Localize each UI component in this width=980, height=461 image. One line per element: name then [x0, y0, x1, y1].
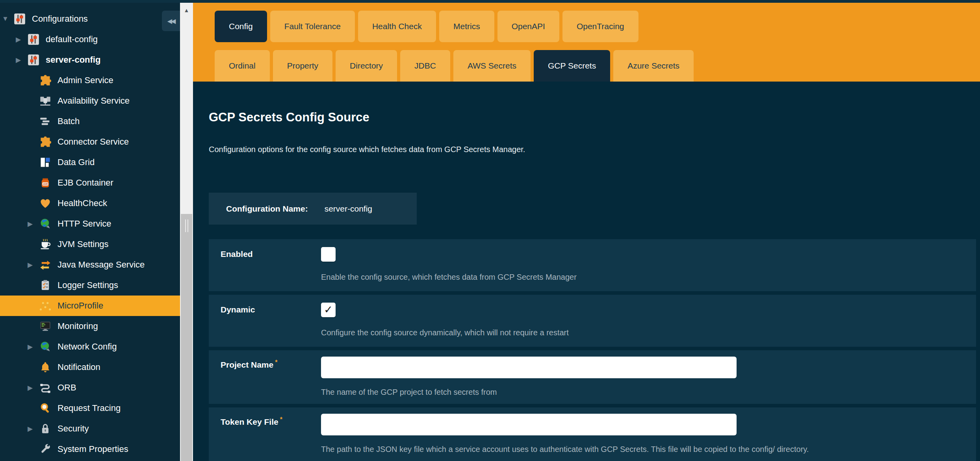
sidebar-item-data-grid[interactable]: Data Grid	[0, 152, 180, 173]
sidebar-item-availability-service[interactable]: Availability Service	[0, 91, 180, 111]
tree-item-label: Java Message Service	[58, 260, 145, 270]
tree-item-label: HealthCheck	[58, 198, 107, 208]
scrollbar-grip-icon	[185, 219, 188, 232]
tab-property[interactable]: Property	[273, 50, 332, 82]
config-sliders-icon	[14, 13, 26, 25]
caret-right-icon[interactable]: ▶	[28, 261, 39, 269]
configuration-name-panel: Configuration Name: server-config	[209, 193, 417, 225]
form-row-help-text: The path to the JSON key file which a se…	[321, 445, 976, 454]
sidebar-item-network-config[interactable]: ▶ Network Config	[0, 336, 180, 357]
tab-metrics[interactable]: Metrics	[439, 11, 494, 42]
cable-plug-icon	[39, 382, 51, 394]
caret-right-icon[interactable]: ▶	[16, 56, 28, 64]
clipboard-checklist-icon	[39, 279, 51, 291]
jar-icon: JAR	[39, 177, 51, 189]
tabs-header: ConfigFault ToleranceHealth CheckMetrics…	[193, 3, 980, 82]
form-row-help-text: The name of the GCP project to fetch sec…	[321, 388, 976, 397]
tree-item-label: Security	[58, 424, 89, 434]
sidebar-item-configurations[interactable]: ▼ Configurations	[0, 9, 180, 29]
sidebar: ◀◀ ▼ Configurations ▶ default-config ▶ s…	[0, 3, 180, 461]
tab-config[interactable]: Config	[215, 11, 267, 42]
sidebar-item-ejb-container[interactable]: JAR EJB Container	[0, 173, 180, 193]
tree-item-label: System Properties	[58, 444, 128, 454]
padlock-icon	[39, 423, 51, 435]
tree-item-label: server-config	[46, 55, 100, 65]
sidebar-item-healthcheck[interactable]: HealthCheck	[0, 193, 180, 214]
tree-item-label: default-config	[46, 34, 98, 45]
tab-fault-tolerance[interactable]: Fault Tolerance	[270, 11, 355, 42]
bell-icon	[39, 361, 51, 373]
form-row-enabled: Enabled ✓ Enable the config source, whic…	[209, 239, 976, 291]
sidebar-item-batch[interactable]: Batch	[0, 111, 180, 132]
form-row-project-name: Project Name* The name of the GCP projec…	[209, 350, 976, 404]
sidebar-scrollbar[interactable]: ▲	[180, 3, 193, 461]
sidebar-item-connector-service[interactable]: Connector Service	[0, 132, 180, 152]
tab-health-check[interactable]: Health Check	[358, 11, 436, 42]
sidebar-item-jvm-settings[interactable]: JVM Settings	[0, 234, 180, 255]
tab-aws-secrets[interactable]: AWS Secrets	[453, 50, 531, 82]
caret-right-icon[interactable]: ▶	[28, 220, 39, 228]
sidebar-item-http-service[interactable]: ▶ HTTP Service	[0, 214, 180, 234]
tree-item-label: ORB	[58, 383, 76, 393]
config-source-form: Enabled ✓ Enable the config source, whic…	[209, 239, 976, 461]
sidebar-item-java-message-service[interactable]: ▶ Java Message Service	[0, 255, 180, 275]
globe-icon	[39, 218, 51, 230]
heart-icon	[39, 197, 51, 209]
sidebar-item-request-tracing[interactable]: Request Tracing	[0, 398, 180, 418]
form-row-label: Dynamic	[221, 303, 321, 337]
config-sliders-icon	[28, 33, 39, 45]
tree-item-label: Data Grid	[58, 157, 95, 167]
tree-item-label: EJB Container	[58, 178, 113, 188]
form-row-label: Project Name*	[221, 357, 321, 397]
sidebar-item-system-properties[interactable]: System Properties	[0, 439, 180, 459]
sidebar-item-notification[interactable]: Notification	[0, 357, 180, 377]
tab-openapi[interactable]: OpenAPI	[497, 11, 559, 42]
primary-tab-bar: ConfigFault ToleranceHealth CheckMetrics…	[215, 3, 980, 42]
sidebar-item-default-config[interactable]: ▶ default-config	[0, 29, 180, 50]
tree-item-label: Network Config	[58, 342, 117, 352]
sidebar-item-server-config[interactable]: ▶ server-config	[0, 50, 180, 70]
scrollbar-thumb[interactable]	[181, 214, 192, 461]
page-title: GCP Secrets Config Source	[209, 110, 980, 125]
coffee-cup-icon	[39, 238, 51, 250]
tree-item-label: Monitoring	[58, 321, 98, 331]
tab-directory[interactable]: Directory	[336, 50, 397, 82]
configuration-name-value: server-config	[325, 204, 372, 214]
sidebar-item-logger-settings[interactable]: Logger Settings	[0, 275, 180, 296]
sidebar-collapse-button[interactable]: ◀◀	[162, 11, 180, 31]
configuration-name-label: Configuration Name:	[226, 204, 308, 214]
tab-opentracing[interactable]: OpenTracing	[562, 11, 638, 42]
form-row-label: Enabled	[221, 247, 321, 282]
scroll-up-arrow-icon[interactable]: ▲	[180, 3, 193, 18]
caret-right-icon[interactable]: ▶	[28, 384, 39, 392]
tree-item-label: Logger Settings	[58, 280, 118, 290]
required-asterisk-icon: *	[275, 359, 277, 366]
sidebar-item-monitoring[interactable]: Monitoring	[0, 316, 180, 336]
caret-right-icon[interactable]: ▶	[28, 343, 39, 351]
form-row-help-text: Enable the config source, which fetches …	[321, 273, 976, 282]
tab-ordinal[interactable]: Ordinal	[215, 50, 270, 82]
sidebar-item-microprofile[interactable]: MicroProfile	[0, 296, 180, 316]
sidebar-item-security[interactable]: ▶ Security	[0, 418, 180, 439]
caret-down-icon[interactable]: ▼	[2, 15, 14, 23]
puzzle-icon	[39, 74, 51, 86]
tree-item-label: HTTP Service	[58, 219, 111, 229]
required-asterisk-icon: *	[280, 416, 282, 423]
svg-text:JAR: JAR	[43, 182, 48, 185]
tree-item-label: Notification	[58, 362, 100, 372]
tree-item-label: Configurations	[32, 14, 88, 24]
dynamic-checkbox[interactable]: ✓	[321, 303, 336, 317]
caret-right-icon[interactable]: ▶	[16, 35, 28, 44]
token-key-file-input[interactable]	[321, 414, 737, 435]
tab-azure-secrets[interactable]: Azure Secrets	[613, 50, 694, 82]
caret-right-icon[interactable]: ▶	[28, 425, 39, 433]
tab-jdbc[interactable]: JDBC	[400, 50, 450, 82]
tab-gcp-secrets[interactable]: GCP Secrets	[534, 50, 610, 82]
project-name-input[interactable]	[321, 357, 737, 378]
configuration-tree: ▼ Configurations ▶ default-config ▶ serv…	[0, 9, 180, 459]
sidebar-item-admin-service[interactable]: Admin Service	[0, 70, 180, 91]
sidebar-item-orb[interactable]: ▶ ORB	[0, 377, 180, 398]
page-description: Configuration options for the config sou…	[209, 145, 980, 154]
enabled-checkbox[interactable]: ✓	[321, 247, 336, 262]
tree-item-label: Admin Service	[58, 75, 113, 86]
